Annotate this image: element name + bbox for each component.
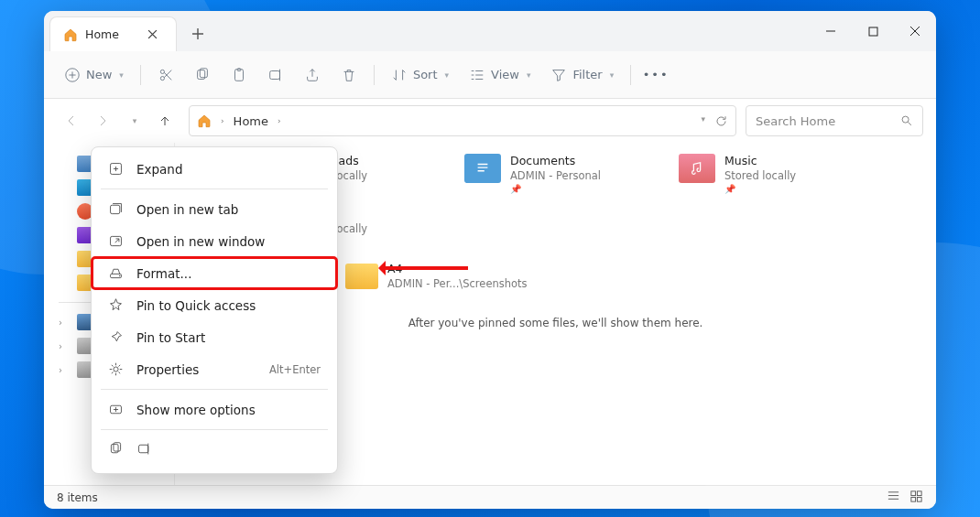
menu-label: Open in new tab — [136, 202, 238, 217]
share-button[interactable] — [297, 61, 328, 89]
view-details-button[interactable] — [887, 490, 900, 506]
new-tab-button[interactable] — [182, 18, 213, 49]
breadcrumb-home[interactable]: Home — [234, 114, 268, 128]
nav-forward-button[interactable] — [88, 106, 117, 135]
filter-label: Filter — [572, 68, 602, 81]
trash-icon — [341, 67, 357, 83]
plus-icon — [191, 27, 204, 40]
arrow-right-icon — [96, 114, 109, 127]
close-icon — [909, 26, 920, 37]
new-tab-icon — [108, 201, 124, 217]
svg-point-2 — [160, 76, 164, 80]
sort-icon — [391, 67, 408, 83]
svg-rect-8 — [270, 70, 280, 79]
view-label: View — [491, 68, 519, 81]
menu-item-pin-quick-access[interactable]: Pin to Quick access — [92, 289, 337, 321]
recent-section: al\Pic...\A4 A4ADMIN - Per...\Screenshot… — [246, 258, 920, 295]
address-bar[interactable]: › Home › ▾ — [189, 105, 736, 136]
menu-item-expand[interactable]: Expand — [92, 153, 337, 185]
new-button[interactable]: New▾ — [57, 61, 131, 89]
chevron-down-icon[interactable]: ▾ — [701, 114, 705, 128]
thumbnails-view-icon — [909, 490, 923, 503]
item-name: Documents — [510, 154, 601, 169]
tab-home[interactable]: Home — [49, 16, 177, 51]
svg-point-18 — [119, 275, 121, 277]
menu-label: Pin to Start — [136, 330, 205, 345]
sort-button[interactable]: Sort▾ — [384, 61, 456, 89]
menu-item-properties[interactable]: Properties Alt+Enter — [92, 353, 337, 385]
paste-button[interactable] — [223, 61, 255, 89]
filter-button[interactable]: Filter▾ — [543, 61, 621, 89]
more-button[interactable]: ••• — [640, 62, 671, 87]
context-menu: Expand Open in new tab Open in new windo… — [91, 146, 338, 474]
search-icon — [900, 114, 913, 127]
menu-label: Open in new window — [136, 234, 265, 249]
music-icon — [679, 154, 715, 183]
menu-shortcut: Alt+Enter — [269, 363, 321, 376]
view-button[interactable]: View▾ — [462, 61, 538, 89]
chevron-right-icon: › — [221, 116, 224, 125]
expand-icon — [108, 161, 124, 177]
copy-button[interactable] — [187, 61, 218, 89]
svg-rect-12 — [911, 497, 916, 501]
maximize-icon — [868, 27, 878, 37]
close-icon — [147, 29, 158, 39]
address-row: ▾ › Home › ▾ Search Home — [44, 99, 936, 143]
item-sub: ADMIN - Personal — [510, 169, 601, 184]
rename-icon — [267, 67, 284, 83]
context-menu-footer — [92, 434, 337, 468]
svg-point-3 — [160, 70, 164, 73]
menu-item-open-new-tab[interactable]: Open in new tab — [92, 193, 337, 225]
drive-icon — [108, 265, 124, 281]
clipboard-icon — [231, 67, 247, 83]
rename-icon — [136, 441, 152, 457]
item-sub: Stored locally — [724, 169, 796, 184]
menu-label: Expand — [136, 162, 183, 177]
maximize-button[interactable] — [852, 11, 894, 51]
svg-rect-15 — [111, 205, 120, 213]
sort-label: Sort — [413, 68, 438, 81]
nav-back-button[interactable] — [57, 106, 86, 135]
annotation-arrow — [380, 266, 468, 270]
minimize-button[interactable] — [810, 11, 852, 51]
section-recent-header[interactable]: ⌵Recent — [265, 340, 920, 368]
pin-icon — [108, 329, 124, 345]
home-icon — [63, 27, 78, 42]
recent-item[interactable]: al\Pic...\A4 A4ADMIN - Per...\Screenshot… — [246, 258, 920, 295]
menu-item-open-new-window[interactable]: Open in new window — [92, 225, 337, 257]
tab-close-button[interactable] — [141, 23, 165, 47]
minimize-icon — [825, 26, 836, 37]
nav-history-button[interactable]: ▾ — [119, 106, 148, 135]
nav-up-button[interactable] — [150, 106, 180, 135]
quick-access-item[interactable]: MusicStored locally📌 — [679, 154, 871, 196]
search-placeholder: Search Home — [756, 114, 835, 128]
svg-rect-10 — [911, 490, 916, 495]
footer-rename-button[interactable] — [136, 441, 152, 460]
rename-button[interactable] — [260, 61, 291, 89]
menu-item-show-more[interactable]: Show more options — [92, 393, 337, 425]
view-thumbnails-button[interactable] — [909, 490, 923, 506]
chevron-right-icon: › — [278, 116, 281, 125]
arrow-up-icon — [158, 114, 171, 127]
command-toolbar: New▾ Sort▾ View▾ Filter▾ ••• — [44, 51, 936, 99]
svg-point-9 — [902, 116, 909, 123]
svg-rect-0 — [869, 27, 877, 36]
menu-item-pin-start[interactable]: Pin to Start — [92, 321, 337, 353]
delete-button[interactable] — [333, 61, 365, 89]
svg-rect-7 — [237, 68, 241, 70]
pin-icon: 📌 — [510, 183, 601, 196]
new-label: New — [86, 68, 112, 81]
menu-label: Format... — [136, 266, 191, 281]
properties-icon — [108, 361, 124, 377]
cut-button[interactable] — [150, 61, 181, 89]
quick-access-item[interactable]: DocumentsADMIN - Personal📌 — [464, 154, 657, 196]
refresh-icon[interactable] — [714, 114, 728, 128]
close-window-button[interactable] — [894, 11, 936, 51]
copy-icon — [108, 441, 124, 457]
search-input[interactable]: Search Home — [746, 105, 923, 136]
filter-icon — [550, 67, 567, 83]
footer-copy-button[interactable] — [108, 441, 124, 460]
status-bar: 8 items — [44, 485, 936, 509]
chevron-down-icon: ▾ — [133, 116, 137, 125]
menu-item-format[interactable]: Format... — [92, 257, 337, 289]
